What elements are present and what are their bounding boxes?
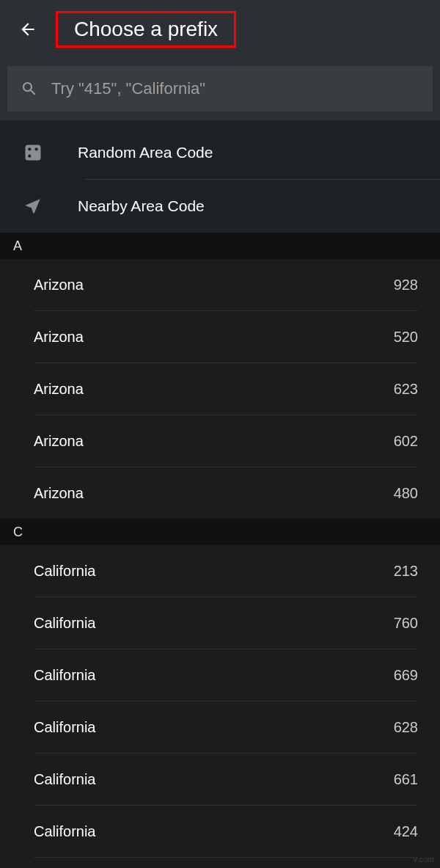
search-bar[interactable] xyxy=(7,66,433,112)
watermark: v.com xyxy=(413,855,434,864)
item-code: 213 xyxy=(394,563,418,580)
list-item[interactable]: California661 xyxy=(0,754,440,805)
nearby-label: Nearby Area Code xyxy=(78,197,205,215)
item-code: 480 xyxy=(394,485,418,502)
list-item[interactable]: California760 xyxy=(0,597,440,649)
search-icon xyxy=(21,80,38,98)
item-name: California xyxy=(34,615,95,632)
svg-point-3 xyxy=(35,147,38,150)
random-label: Random Area Code xyxy=(78,144,213,161)
section-header: A xyxy=(0,233,440,259)
search-container xyxy=(0,59,440,120)
random-area-code-option[interactable]: Random Area Code xyxy=(0,126,440,179)
back-button[interactable] xyxy=(15,16,41,43)
svg-rect-0 xyxy=(26,145,41,161)
list-item[interactable]: Arizona480 xyxy=(0,467,440,519)
item-code: 602 xyxy=(394,433,418,450)
item-name: Arizona xyxy=(34,485,84,502)
search-input[interactable] xyxy=(51,79,419,98)
item-name: Arizona xyxy=(34,433,84,450)
list-item[interactable]: Arizona520 xyxy=(0,311,440,362)
prefix-list: AArizona928Arizona520Arizona623Arizona60… xyxy=(0,233,440,868)
dice-icon xyxy=(22,142,44,164)
list-item[interactable]: California424 xyxy=(0,806,440,857)
item-code: 623 xyxy=(394,381,418,398)
item-code: 928 xyxy=(394,277,418,293)
item-code: 520 xyxy=(394,329,418,346)
item-name: California xyxy=(34,771,95,788)
header-bar: Choose a prefix xyxy=(0,0,440,59)
item-code: 628 xyxy=(394,719,418,736)
list-item[interactable]: Arizona602 xyxy=(0,415,440,467)
item-name: Arizona xyxy=(34,381,84,398)
item-name: Arizona xyxy=(34,329,84,346)
svg-point-2 xyxy=(28,155,31,158)
page-title: Choose a prefix xyxy=(74,18,218,41)
item-name: California xyxy=(34,719,95,736)
nearby-area-code-option[interactable]: Nearby Area Code xyxy=(0,180,440,233)
list-item[interactable]: Arizona928 xyxy=(0,259,440,310)
item-code: 669 xyxy=(394,667,418,684)
arrow-left-icon xyxy=(18,20,37,39)
item-code: 424 xyxy=(394,823,418,840)
item-name: California xyxy=(34,823,95,840)
list-item[interactable]: California628 xyxy=(0,701,440,753)
item-name: California xyxy=(34,667,95,684)
section-header: C xyxy=(0,519,440,545)
list-item[interactable]: California702 xyxy=(0,858,440,868)
item-name: California xyxy=(34,563,95,580)
options-list: Random Area Code Nearby Area Code xyxy=(0,120,440,233)
list-item[interactable]: California213 xyxy=(0,545,440,597)
list-item[interactable]: California669 xyxy=(0,649,440,701)
item-code: 760 xyxy=(394,615,418,632)
list-item[interactable]: Arizona623 xyxy=(0,363,440,415)
svg-point-1 xyxy=(28,147,31,150)
item-name: Arizona xyxy=(34,277,84,293)
item-code: 661 xyxy=(394,771,418,788)
location-icon xyxy=(22,195,44,217)
title-highlight: Choose a prefix xyxy=(56,11,236,48)
